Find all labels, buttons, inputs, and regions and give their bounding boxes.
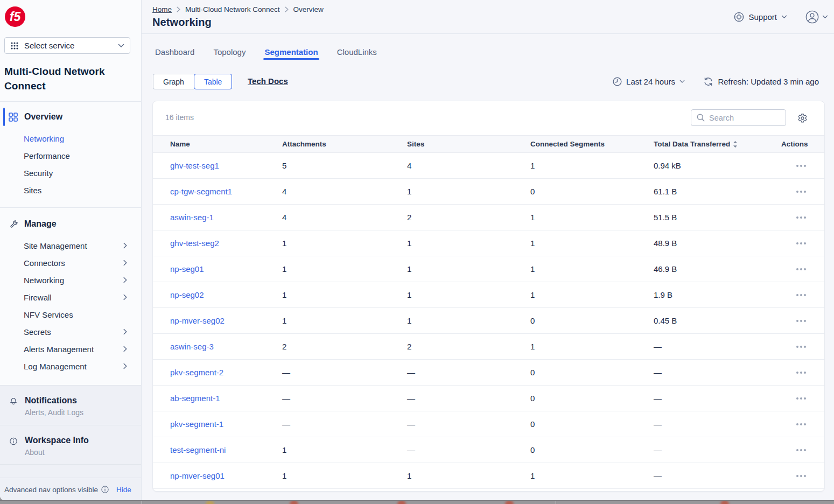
breadcrumb: Home Multi-Cloud Network Connect Overvie… xyxy=(152,5,324,13)
row-actions-button[interactable] xyxy=(795,446,807,454)
sidebar-item-sites[interactable]: Sites xyxy=(0,181,141,199)
hide-link[interactable]: Hide xyxy=(116,486,131,494)
connected-segments-value: 1 xyxy=(530,471,654,480)
search-box xyxy=(691,109,786,126)
sidebar-item-networking[interactable]: Networking xyxy=(0,271,141,289)
info-circle-icon[interactable] xyxy=(101,486,109,493)
sidebar-item-networking[interactable]: Networking xyxy=(0,130,141,147)
account-menu[interactable] xyxy=(805,10,828,24)
column-header-connected-segments[interactable]: Connected Segments xyxy=(530,140,654,148)
refresh-button[interactable]: Refresh: Updated 3 min ago xyxy=(704,74,819,89)
sites-value: 1 xyxy=(407,316,530,325)
overview-grid-icon xyxy=(9,113,18,122)
chevron-right-icon xyxy=(123,328,127,335)
table-view-button[interactable]: Table xyxy=(194,74,232,89)
clock-icon xyxy=(613,77,622,86)
section-label: Overview xyxy=(24,112,62,122)
sidebar-item-nfv-services[interactable]: NFV Services xyxy=(0,306,141,323)
tab-cloudlinks[interactable]: CloudLinks xyxy=(337,47,377,60)
segment-name-link[interactable]: np-seg01 xyxy=(170,264,204,274)
sidebar-item-security[interactable]: Security xyxy=(0,164,141,181)
column-header-actions: Actions xyxy=(781,140,824,148)
segment-name-link[interactable]: np-seg02 xyxy=(170,290,204,299)
support-menu[interactable]: Support xyxy=(734,12,787,22)
segment-name-link[interactable]: aswin-seg-3 xyxy=(170,342,214,351)
sidebar-item-site-management[interactable]: Site Management xyxy=(0,237,141,254)
row-actions-button[interactable] xyxy=(795,291,807,299)
tab-segmentation[interactable]: Segmentation xyxy=(264,47,318,60)
tab-dashboard[interactable]: Dashboard xyxy=(155,47,194,60)
bell-icon xyxy=(10,397,17,405)
table-header-row: Name Attachments Sites Connected Segment… xyxy=(153,135,824,153)
sites-value: — xyxy=(407,394,530,403)
search-input[interactable] xyxy=(709,114,780,122)
sites-value: 1 xyxy=(407,187,530,196)
column-header-attachments[interactable]: Attachments xyxy=(282,140,407,148)
table-row: ab-segment-1 — — 0 — xyxy=(153,386,824,411)
app-window: f5 Select service Multi-Cloud Network Co… xyxy=(0,0,834,501)
sidebar-item-log-management[interactable]: Log Management xyxy=(0,358,141,375)
row-actions-button[interactable] xyxy=(795,342,807,351)
row-actions-button[interactable] xyxy=(795,368,807,377)
row-actions-button[interactable] xyxy=(795,239,807,248)
chevron-right-icon xyxy=(123,363,127,369)
table-row: ghv-test-seg1 5 4 1 0.94 kB xyxy=(153,153,824,179)
table-row: pkv-segment-1 — — 0 — xyxy=(153,411,824,437)
segment-name-link[interactable]: cp-tgw-segment1 xyxy=(170,187,232,196)
row-actions-button[interactable] xyxy=(795,265,807,274)
segment-name-link[interactable]: test-segment-ni xyxy=(170,445,226,454)
attachments-value: 5 xyxy=(282,161,407,170)
sort-icon xyxy=(733,141,738,148)
row-actions-button[interactable] xyxy=(795,394,807,403)
time-range-selector[interactable]: Last 24 hours xyxy=(613,74,685,89)
table-settings-button[interactable] xyxy=(794,110,810,126)
segment-name-link[interactable]: np-mver-seg01 xyxy=(170,471,225,480)
segment-name-link[interactable]: ab-segment-1 xyxy=(170,394,220,403)
row-actions-button[interactable] xyxy=(795,187,807,196)
attachments-value: 4 xyxy=(282,187,407,196)
breadcrumb-home[interactable]: Home xyxy=(152,5,172,13)
connected-segments-value: 0 xyxy=(530,419,654,429)
sidebar-item-workspace-info[interactable]: Workspace Info About xyxy=(0,425,141,464)
divider xyxy=(0,207,141,208)
column-header-sites[interactable]: Sites xyxy=(407,140,530,148)
row-actions-button[interactable] xyxy=(795,420,807,429)
sidebar-section-manage[interactable]: Manage xyxy=(0,215,141,233)
table-row: pkv-segment-2 — — 0 — xyxy=(153,360,824,386)
sidebar-section-overview[interactable]: Overview xyxy=(0,108,141,126)
service-selector[interactable]: Select service xyxy=(4,37,130,54)
segment-name-link[interactable]: ghv-test-seg2 xyxy=(170,239,219,248)
chevron-right-icon xyxy=(123,277,127,283)
row-actions-button[interactable] xyxy=(795,213,807,222)
sidebar-item-connectors[interactable]: Connectors xyxy=(0,254,141,271)
segment-name-link[interactable]: np-mver-seg02 xyxy=(170,316,225,325)
column-header-total-data-transferred[interactable]: Total Data Transferred xyxy=(654,140,781,148)
sidebar-item-performance[interactable]: Performance xyxy=(0,147,141,164)
row-actions-button[interactable] xyxy=(795,317,807,325)
segment-name-link[interactable]: ghv-test-seg1 xyxy=(170,161,219,170)
row-actions-button[interactable] xyxy=(795,162,807,170)
tech-docs-link[interactable]: Tech Docs xyxy=(248,76,288,86)
advanced-nav-bar: Advanced nav options visible Hide xyxy=(0,478,141,501)
row-actions-button[interactable] xyxy=(795,472,807,480)
sidebar-item-secrets[interactable]: Secrets xyxy=(0,323,141,340)
segment-name-link[interactable]: pkv-segment-2 xyxy=(170,368,223,377)
sidebar-item-notifications[interactable]: Notifications Alerts, Audit Logs xyxy=(0,385,141,425)
attachments-value: 4 xyxy=(282,213,407,222)
segment-name-link[interactable]: aswin-seg-1 xyxy=(170,213,214,222)
sidebar-item-firewall[interactable]: Firewall xyxy=(0,289,141,306)
connected-segments-value: 1 xyxy=(530,161,654,170)
segment-name-link[interactable]: pkv-segment-1 xyxy=(170,419,223,429)
graph-view-button[interactable]: Graph xyxy=(153,74,194,89)
info-icon xyxy=(10,437,17,445)
tab-topology[interactable]: Topology xyxy=(213,47,246,60)
sites-value: 2 xyxy=(407,213,530,222)
sidebar-item-alerts-management[interactable]: Alerts Management xyxy=(0,340,141,358)
chevron-right-icon xyxy=(285,6,289,12)
attachments-value: 1 xyxy=(282,290,407,299)
chevron-right-icon xyxy=(123,294,127,300)
f5-logo-icon[interactable]: f5 xyxy=(5,6,25,27)
column-header-name[interactable]: Name xyxy=(170,140,282,148)
breadcrumb-mcn[interactable]: Multi-Cloud Network Connect xyxy=(185,5,280,13)
user-avatar-icon xyxy=(805,10,819,24)
